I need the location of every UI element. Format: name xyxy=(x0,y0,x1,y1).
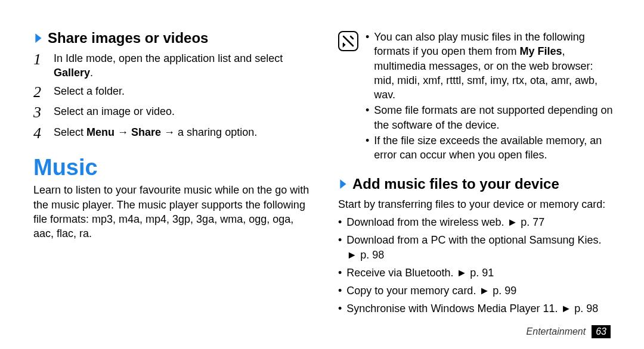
step-text: Select an image or video. xyxy=(54,104,309,119)
share-steps-list: 1 In Idle mode, open the application lis… xyxy=(33,51,309,142)
notes-body: • You can also play music files in the f… xyxy=(366,30,614,164)
chevron-right-icon xyxy=(33,33,44,43)
step-item: 2 Select a folder. xyxy=(33,84,309,101)
transfer-methods-list: • Download from the wireless web. ► p. 7… xyxy=(338,215,614,316)
note-text: Some file formats are not supported depe… xyxy=(374,103,614,132)
step-number: 3 xyxy=(33,104,47,121)
add-music-heading: Add music files to your device xyxy=(338,176,614,192)
step-text: Select Menu → Share → a sharing option. xyxy=(54,125,309,139)
bullet-icon: • xyxy=(338,266,342,280)
note-text: If the file size exceeds the available m… xyxy=(374,133,614,163)
method-text: Synchronise with Windows Media Player 11… xyxy=(346,301,598,316)
bullet-icon: • xyxy=(338,301,342,316)
bullet-icon: • xyxy=(366,133,369,148)
step-item: 3 Select an image or video. xyxy=(33,104,309,121)
step-item: 1 In Idle mode, open the application lis… xyxy=(33,51,309,80)
note-item: • You can also play music files in the f… xyxy=(366,30,614,102)
method-item: • Receive via Bluetooth. ► p. 91 xyxy=(338,266,614,280)
step-text: Select a folder. xyxy=(54,84,309,98)
note-text: You can also play music files in the fol… xyxy=(374,30,614,102)
step-number: 4 xyxy=(33,125,47,142)
bullet-icon: • xyxy=(366,30,369,44)
music-description: Learn to listen to your favourite music … xyxy=(33,183,309,241)
music-heading: Music xyxy=(33,155,309,180)
method-item: • Synchronise with Windows Media Player … xyxy=(338,301,614,316)
method-item: • Download from the wireless web. ► p. 7… xyxy=(338,215,614,229)
method-text: Download from the wireless web. ► p. 77 xyxy=(346,215,544,229)
footer-section-label: Entertainment xyxy=(527,326,586,337)
step-number: 1 xyxy=(33,51,47,68)
chevron-right-icon xyxy=(338,179,349,189)
note-item: • Some file formats are not supported de… xyxy=(366,103,614,132)
step-text: In Idle mode, open the application list … xyxy=(54,51,309,80)
method-item: • Download from a PC with the optional S… xyxy=(338,233,614,262)
method-text: Download from a PC with the optional Sam… xyxy=(346,233,614,262)
note-item: • If the file size exceeds the available… xyxy=(366,133,614,163)
footer-page-number: 63 xyxy=(592,325,611,338)
method-text: Copy to your memory card. ► p. 99 xyxy=(346,283,516,298)
notes-block: • You can also play music files in the f… xyxy=(338,30,614,164)
add-music-title-text: Add music files to your device xyxy=(352,176,559,192)
note-icon xyxy=(338,31,358,51)
bullet-icon: • xyxy=(338,215,342,229)
page-footer: Entertainment 63 xyxy=(527,325,611,338)
bullet-icon: • xyxy=(338,233,342,247)
method-text: Receive via Bluetooth. ► p. 91 xyxy=(346,266,494,280)
left-column: Share images or videos 1 In Idle mode, o… xyxy=(33,30,309,320)
add-music-intro: Start by transferring files to your devi… xyxy=(338,197,614,211)
right-column: • You can also play music files in the f… xyxy=(338,30,614,320)
step-item: 4 Select Menu → Share → a sharing option… xyxy=(33,125,309,142)
bullet-icon: • xyxy=(338,283,342,298)
share-title-text: Share images or videos xyxy=(48,30,208,46)
bullet-icon: • xyxy=(366,103,369,117)
share-section-heading: Share images or videos xyxy=(33,30,309,46)
step-number: 2 xyxy=(33,84,47,101)
method-item: • Copy to your memory card. ► p. 99 xyxy=(338,283,614,298)
